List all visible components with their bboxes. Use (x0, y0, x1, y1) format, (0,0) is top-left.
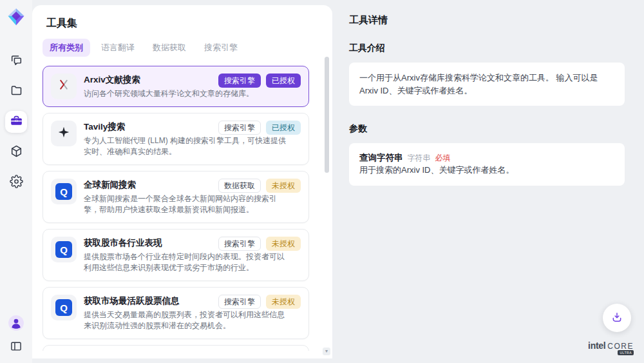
param-card: 查询字符串 字符串 必填 用于搜索的Arxiv ID、关键字或作者姓名。 (349, 143, 625, 186)
panel-toggle-button[interactable] (8, 338, 24, 355)
tool-card[interactable]: 万维地区新闻查询 查询具体行政区划内的新闻，快速了解各地新闻动 搜索引擎 未授权 (43, 345, 309, 351)
scrollbar-thumb[interactable] (325, 57, 329, 173)
app-logo-icon (6, 6, 26, 27)
chat-icon (10, 54, 23, 69)
sidebar-footer (7, 315, 25, 355)
star-icon (57, 125, 71, 142)
toolbox-icon (10, 114, 23, 130)
tool-auth-badge: 未授权 (266, 179, 301, 193)
tool-category-badge: 搜索引擎 (218, 121, 261, 135)
tool-auth-badge: 未授权 (266, 295, 301, 309)
download-icon (611, 311, 623, 326)
scrollbar[interactable] (325, 57, 329, 346)
search-q-icon: Q (55, 183, 72, 200)
intro-heading: 工具介绍 (349, 43, 625, 54)
arxiv-logo-icon (57, 78, 71, 95)
tool-icon-tile (51, 121, 77, 146)
tool-description: 提供当天交易量最高的股票列表，投资者可以利用这些信息来识别流动性强的股票和潜在的… (84, 309, 289, 331)
tool-badges: 搜索引擎 已授权 (218, 121, 301, 135)
tool-badges: 搜索引擎 已授权 (218, 74, 301, 88)
tab-all-categories[interactable]: 所有类别 (43, 39, 90, 57)
tool-category-badge: 数据获取 (218, 179, 261, 193)
folder-icon (10, 84, 23, 99)
tab-search-engine[interactable]: 搜索引擎 (197, 39, 245, 57)
tool-description: 访问各个研究领域大量科学论文和文章的存储库。 (84, 88, 289, 99)
cube-icon (10, 144, 23, 160)
tool-category-badge: 搜索引擎 (218, 237, 261, 251)
tool-icon-tile: Q (51, 179, 77, 204)
tool-badges: 数据获取 未授权 (218, 179, 301, 193)
tool-card[interactable]: Q 获取股市各行业表现 提供股票市场各个行业在特定时间段内的表现。投资者可以利用… (43, 229, 309, 281)
tool-card[interactable]: Tavily搜索 专为人工智能代理 (LLM) 构建的搜索引擎工具，可快速提供实… (43, 113, 309, 165)
avatar-icon (8, 324, 24, 333)
intel-wordmark: intel (588, 340, 605, 351)
param-type: 字符串 (408, 153, 431, 164)
tool-badges: 搜索引擎 未授权 (218, 237, 301, 251)
tool-description: 提供股票市场各个行业在特定时间段内的表现。投资者可以利用这些信息来识别表现优于或… (84, 251, 289, 273)
search-q-icon: Q (55, 299, 72, 316)
sidebar-item-tools[interactable] (5, 111, 27, 133)
params-heading: 参数 (349, 123, 625, 135)
tool-category-badge: 搜索引擎 (218, 74, 261, 88)
category-tabs: 所有类别 语言翻译 数据获取 搜索引擎 (43, 39, 322, 57)
tool-card[interactable]: Arxiv文献搜索 访问各个研究领域大量科学论文和文章的存储库。 搜索引擎 已授… (43, 66, 309, 107)
download-button[interactable] (603, 304, 631, 332)
search-q-icon: Q (55, 241, 72, 258)
page-title: 工具集 (46, 17, 318, 30)
param-name: 查询字符串 (359, 152, 403, 164)
tab-data-fetch[interactable]: 数据获取 (146, 39, 193, 57)
intro-card: 一个用于从Arxiv存储库搜索科学论文和文章的工具。 输入可以是Arxiv ID… (349, 63, 625, 106)
intro-text: 一个用于从Arxiv存储库搜索科学论文和文章的工具。 输入可以是Arxiv ID… (359, 72, 614, 97)
sidebar-item-chat[interactable] (5, 50, 27, 72)
tool-card[interactable]: Q 获取市场最活跃股票信息 提供当天交易量最高的股票列表，投资者可以利用这些信息… (43, 287, 309, 339)
tool-icon-tile: Q (51, 295, 77, 320)
tool-icon-tile: Q (51, 237, 77, 262)
tools-panel: 工具集 所有类别 语言翻译 数据获取 搜索引擎 Arxiv文献搜索 访问各个研究… (32, 5, 332, 358)
param-description: 用于搜索的Arxiv ID、关键字或作者姓名。 (359, 164, 614, 177)
panel-toggle-icon (10, 345, 23, 355)
intel-core-logo: intel core ultra (588, 340, 634, 357)
sidebar-item-settings[interactable] (5, 172, 27, 193)
sidebar-item-models[interactable] (5, 141, 27, 163)
tab-language-translation[interactable]: 语言翻译 (94, 39, 142, 57)
gear-icon (10, 175, 23, 190)
tool-list: Arxiv文献搜索 访问各个研究领域大量科学论文和文章的存储库。 搜索引擎 已授… (32, 64, 332, 351)
tool-auth-badge: 已授权 (266, 121, 301, 135)
tool-description: 全球新闻搜索是一个聚合全球各大新闻网站内容的搜索引擎，帮助用户快速获取全球最新资… (84, 193, 289, 215)
sidebar-nav (5, 50, 27, 193)
tool-badges: 搜索引擎 未授权 (218, 295, 301, 309)
scroll-down-button[interactable]: ▾ (323, 348, 330, 355)
tool-detail-panel: 工具详情 工具介绍 一个用于从Arxiv存储库搜索科学论文和文章的工具。 输入可… (332, 0, 644, 363)
ultra-badge: ultra (618, 350, 634, 355)
detail-title: 工具详情 (349, 14, 625, 26)
app-window: 工具集 所有类别 语言翻译 数据获取 搜索引擎 Arxiv文献搜索 访问各个研究… (0, 0, 644, 363)
tool-auth-badge: 已授权 (266, 74, 301, 88)
tool-auth-badge: 未授权 (266, 237, 301, 251)
tool-category-badge: 搜索引擎 (218, 295, 261, 309)
tool-icon-tile (51, 74, 77, 99)
tool-card[interactable]: Q 全球新闻搜索 全球新闻搜索是一个聚合全球各大新闻网站内容的搜索引擎，帮助用户… (43, 171, 309, 223)
param-required-badge: 必填 (435, 153, 451, 164)
sidebar (0, 0, 32, 363)
tool-description: 专为人工智能代理 (LLM) 构建的搜索引擎工具，可快速提供实时、准确和真实的结… (84, 135, 289, 157)
user-avatar-button[interactable] (7, 315, 25, 333)
sidebar-item-files[interactable] (5, 81, 27, 103)
core-wordmark: core ultra (607, 342, 634, 357)
